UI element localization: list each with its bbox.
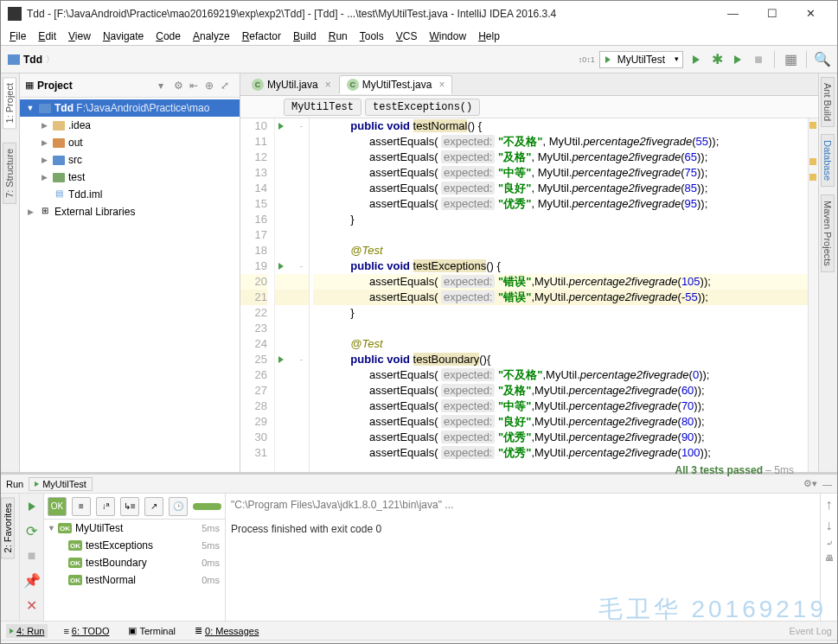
close-tab-icon[interactable]: × [438,79,445,91]
collapse-icon[interactable]: ⇤ [189,80,202,92]
structure-tool-tab[interactable]: 7: Structure [3,143,16,204]
close-run-button[interactable]: ✕ [26,597,37,614]
maven-tab[interactable]: Maven Projects [821,194,835,272]
stop-button[interactable]: ■ [751,52,766,67]
export-button[interactable]: ↗ [144,497,163,516]
project-structure-button[interactable]: ▦ [783,52,798,67]
test-status: All 3 tests passed – 5ms [675,464,794,476]
menu-help[interactable]: Help [473,29,505,44]
tab-run[interactable]: 4: Run [6,624,48,638]
up-arrow-icon[interactable]: ↑ [826,497,833,513]
ok-badge-icon: OK [68,558,82,568]
rerun-button[interactable] [29,499,35,514]
marker-strip[interactable] [808,118,818,472]
database-tab[interactable]: Database [821,134,835,187]
maximize-button[interactable]: ☐ [752,2,791,26]
tree-item-test[interactable]: ▶test [20,169,240,186]
left-tool-strip: 1: Project 7: Structure [1,73,20,472]
warning-marker[interactable] [809,122,816,129]
tab-terminal[interactable]: ▣ Terminal [125,623,179,638]
warning-marker[interactable] [809,158,816,165]
window-title: Tdd - [F:\JavaAndroid\Practice\mao201692… [27,8,713,20]
toolbar: Tdd 〉 ↕0↕1 MyUtilTest ▾ ✱ ■ ▦ 🔍 [1,46,837,73]
hide-icon[interactable]: ⤢ [221,80,233,92]
debug-gutter-button[interactable]: ⟳ [26,523,37,539]
menu-code[interactable]: Code [150,29,186,44]
stop-gutter-button[interactable]: ■ [28,548,36,564]
toggle-icon[interactable]: ↕0↕1 [579,52,594,67]
debug-button[interactable]: ✱ [709,52,725,67]
test-root[interactable]: ▼ OK MyUtilTest 5ms [44,520,225,537]
crumb-class[interactable]: MyUtilTest [284,99,361,116]
pin-button[interactable]: 📌 [23,572,41,589]
tab-todo[interactable]: ≡ 6: TODO [60,624,112,638]
tree-item--idea[interactable]: ▶.idea [20,117,240,134]
crumb-method[interactable]: testExceptions() [365,99,480,116]
run-panel-config[interactable]: MyUtilTest [29,477,93,491]
close-tab-icon[interactable]: × [325,79,331,91]
code-editor[interactable]: 1011121314151617181920212223242526272829… [240,118,818,472]
run-config-selector[interactable]: MyUtilTest ▾ [599,51,683,68]
history-button[interactable]: 🕒 [169,497,188,516]
project-panel-title: Project [37,80,157,92]
sort-button[interactable]: ↓ª [96,497,115,516]
menu-window[interactable]: Window [424,29,471,44]
menu-navigate[interactable]: Navigate [98,29,149,44]
tree-root[interactable]: ▼ Tdd F:\JavaAndroid\Practice\mao [20,99,240,117]
gear-icon[interactable]: ⚙▾ [803,478,817,489]
tree-external-libs[interactable]: ▶⊞External Libraries [20,203,240,220]
wrap-icon[interactable]: ⤶ [826,539,833,548]
menu-tools[interactable]: Tools [355,29,389,44]
test-item-testBoundary[interactable]: OKtestBoundary0ms [44,554,225,571]
project-tree[interactable]: ▼ Tdd F:\JavaAndroid\Practice\mao ▶.idea… [20,98,240,472]
breadcrumb-root[interactable]: Tdd [23,54,42,66]
ok-badge-icon: OK [58,523,72,533]
tree-item-src[interactable]: ▶src [20,151,240,169]
event-log-tab[interactable]: Event Log [789,626,832,636]
editor-tab-MyUtil-java[interactable]: CMyUtil.java× [244,75,339,94]
test-progress-bar [193,503,221,510]
run-gutter-icon[interactable] [275,120,287,132]
menu-refactor[interactable]: Refactor [237,29,286,44]
menu-edit[interactable]: Edit [33,29,61,44]
menu-run[interactable]: Run [323,29,353,44]
run-toolbar: OK ≡ ↓ª ↳≡ ↗ 🕒 [44,494,225,520]
run-button[interactable] [688,52,704,67]
project-tool-tab[interactable]: 1: Project [3,77,16,129]
menubar: FileEditViewNavigateCodeAnalyzeRefactorB… [1,27,837,46]
run-action-gutter: ⟳ ■ 📌 ✕ [20,494,44,621]
target-icon[interactable]: ⊕ [205,80,217,92]
search-everywhere-button[interactable]: 🔍 [815,52,830,67]
gear-icon[interactable]: ⚙ [174,80,186,92]
run-console[interactable]: All 3 tests passed – 5ms "C:\Program Fil… [226,494,820,621]
menu-file[interactable]: File [4,29,31,44]
down-arrow-icon[interactable]: ↓ [826,518,833,533]
minimize-panel-icon[interactable]: — [822,479,832,489]
minimize-button[interactable]: — [713,2,752,26]
project-view-icon[interactable]: ▦ [25,80,34,91]
menu-build[interactable]: Build [288,29,322,44]
run-gutter-icon[interactable] [275,260,287,272]
test-item-testNormal[interactable]: OKtestNormal0ms [44,571,225,589]
tree-item-out[interactable]: ▶out [20,134,240,151]
print-icon[interactable]: 🖶 [825,553,834,563]
run-gutter-icon[interactable] [275,354,287,366]
tab-messages[interactable]: ≣ 0: Messages [191,623,262,638]
editor-tab-MyUtilTest-java[interactable]: CMyUtilTest.java× [339,75,453,94]
show-passed-button[interactable]: OK [48,497,67,516]
expand-button[interactable]: ≡ [72,497,91,516]
menu-vcs[interactable]: VCS [391,29,423,44]
favorites-tab[interactable]: 2: Favorites [1,497,15,558]
titlebar: Tdd - [F:\JavaAndroid\Practice\mao201692… [1,1,837,27]
dropdown-icon[interactable]: ▾ [158,80,170,92]
menu-view[interactable]: View [63,29,96,44]
close-button[interactable]: ✕ [791,2,830,26]
menu-analyze[interactable]: Analyze [188,29,235,44]
tree-item-Tdd-iml[interactable]: ▤Tdd.iml [20,186,240,203]
tree-mode-button[interactable]: ↳≡ [120,497,139,516]
test-item-testExceptions[interactable]: OKtestExceptions5ms [44,537,225,554]
ant-build-tab[interactable]: Ant Build [821,77,835,127]
warning-marker[interactable] [809,174,816,181]
test-tree[interactable]: ▼ OK MyUtilTest 5ms OKtestExceptions5msO… [44,520,225,621]
coverage-button[interactable] [730,52,745,67]
